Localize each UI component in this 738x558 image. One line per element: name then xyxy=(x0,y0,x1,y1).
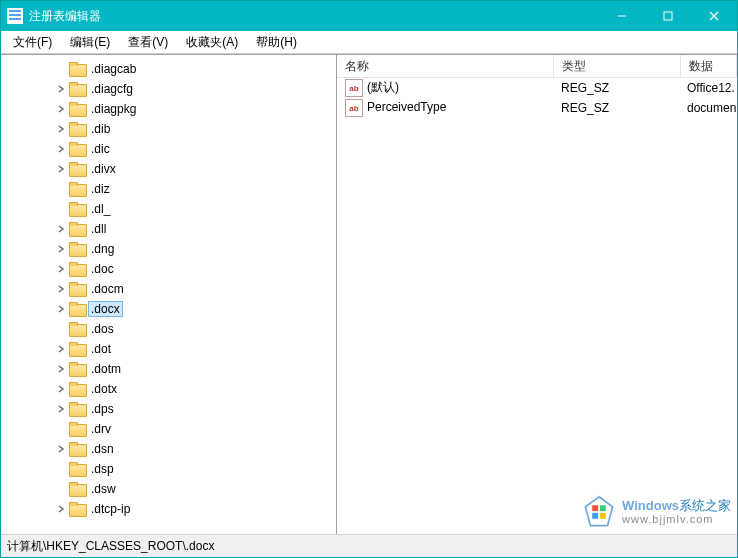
tree-item[interactable]: .diagcab xyxy=(1,59,336,79)
tree-item-label: .diz xyxy=(89,182,112,196)
folder-icon xyxy=(69,242,85,256)
tree-item-label: .docx xyxy=(89,302,122,316)
values-list[interactable]: (默认)REG_SZOffice12.PerceivedTypeREG_SZdo… xyxy=(337,78,737,534)
folder-icon xyxy=(69,382,85,396)
tree-item-label: .doc xyxy=(89,262,116,276)
app-icon xyxy=(7,8,23,24)
tree-item-label: .docm xyxy=(89,282,126,296)
menu-help[interactable]: 帮助(H) xyxy=(248,32,305,53)
tree-item[interactable]: .dtcp-ip xyxy=(1,499,336,519)
folder-icon xyxy=(69,402,85,416)
tree-item-label: .diagcab xyxy=(89,62,138,76)
folder-icon xyxy=(69,482,85,496)
expander-icon[interactable] xyxy=(55,503,67,515)
list-header: 名称 类型 数据 xyxy=(337,55,737,78)
tree-item-label: .diagcfg xyxy=(89,82,135,96)
tree-item[interactable]: .dib xyxy=(1,119,336,139)
tree-pane[interactable]: .diagcab.diagcfg.diagpkg.dib.dic.divx.di… xyxy=(1,55,337,534)
menu-file[interactable]: 文件(F) xyxy=(5,32,60,53)
value-row[interactable]: PerceivedTypeREG_SZdocumen xyxy=(337,98,737,118)
expander-icon[interactable] xyxy=(55,123,67,135)
tree-item-label: .diagpkg xyxy=(89,102,138,116)
expander-icon[interactable] xyxy=(55,83,67,95)
tree-item-label: .dng xyxy=(89,242,116,256)
titlebar[interactable]: 注册表编辑器 xyxy=(1,1,737,31)
tree-item[interactable]: .docm xyxy=(1,279,336,299)
tree-item[interactable]: .dsn xyxy=(1,439,336,459)
expander-icon[interactable] xyxy=(55,163,67,175)
expander-icon[interactable] xyxy=(55,363,67,375)
tree-item[interactable]: .dll xyxy=(1,219,336,239)
minimize-button[interactable] xyxy=(599,1,645,31)
expander-icon[interactable] xyxy=(55,143,67,155)
column-type[interactable]: 类型 xyxy=(554,55,681,77)
tree-item[interactable]: .dng xyxy=(1,239,336,259)
tree-item[interactable]: .dos xyxy=(1,319,336,339)
value-row[interactable]: (默认)REG_SZOffice12. xyxy=(337,78,737,98)
tree-item[interactable]: .docx xyxy=(1,299,336,319)
tree-item[interactable]: .diagcfg xyxy=(1,79,336,99)
value-name-cell: (默认) xyxy=(337,79,553,97)
tree-item[interactable]: .diagpkg xyxy=(1,99,336,119)
tree-item[interactable]: .dps xyxy=(1,399,336,419)
expander-icon[interactable] xyxy=(55,303,67,315)
value-type-cell: REG_SZ xyxy=(553,101,679,115)
tree-item[interactable]: .diz xyxy=(1,179,336,199)
folder-icon xyxy=(69,322,85,336)
expander-icon[interactable] xyxy=(55,283,67,295)
string-value-icon xyxy=(345,99,363,117)
tree-item-label: .dot xyxy=(89,342,113,356)
tree-item-label: .dos xyxy=(89,322,116,336)
value-data-cell: documen xyxy=(679,101,737,115)
folder-icon xyxy=(69,262,85,276)
registry-tree: .diagcab.diagcfg.diagpkg.dib.dic.divx.di… xyxy=(1,55,336,523)
string-value-icon xyxy=(345,79,363,97)
tree-item[interactable]: .dic xyxy=(1,139,336,159)
expander-icon[interactable] xyxy=(55,243,67,255)
folder-icon xyxy=(69,462,85,476)
tree-item-label: .dsn xyxy=(89,442,116,456)
tree-item-label: .dotx xyxy=(89,382,119,396)
expander-icon[interactable] xyxy=(55,443,67,455)
folder-icon xyxy=(69,202,85,216)
expander-icon[interactable] xyxy=(55,343,67,355)
tree-item[interactable]: .doc xyxy=(1,259,336,279)
value-data-cell: Office12. xyxy=(679,81,737,95)
tree-item[interactable]: .drv xyxy=(1,419,336,439)
tree-item-label: .dsp xyxy=(89,462,116,476)
tree-item-label: .dps xyxy=(89,402,116,416)
column-data[interactable]: 数据 xyxy=(681,55,737,77)
menu-edit[interactable]: 编辑(E) xyxy=(62,32,118,53)
folder-icon xyxy=(69,82,85,96)
folder-icon xyxy=(69,222,85,236)
tree-item-label: .dll xyxy=(89,222,108,236)
expander-icon[interactable] xyxy=(55,383,67,395)
values-pane: 名称 类型 数据 (默认)REG_SZOffice12.PerceivedTyp… xyxy=(337,55,737,534)
folder-icon xyxy=(69,122,85,136)
expander-icon[interactable] xyxy=(55,103,67,115)
close-button[interactable] xyxy=(691,1,737,31)
tree-item[interactable]: .dotx xyxy=(1,379,336,399)
tree-item[interactable]: .divx xyxy=(1,159,336,179)
folder-icon xyxy=(69,502,85,516)
expander-icon[interactable] xyxy=(55,263,67,275)
folder-icon xyxy=(69,362,85,376)
value-name-cell: PerceivedType xyxy=(337,99,553,117)
expander-icon[interactable] xyxy=(55,403,67,415)
column-name[interactable]: 名称 xyxy=(337,55,554,77)
tree-item-label: .dib xyxy=(89,122,112,136)
menu-favorites[interactable]: 收藏夹(A) xyxy=(178,32,246,53)
expander-icon[interactable] xyxy=(55,223,67,235)
status-path: 计算机\HKEY_CLASSES_ROOT\.docx xyxy=(7,538,214,555)
registry-editor-window: 注册表编辑器 文件(F) 编辑(E) 查看(V) 收藏夹(A) 帮助(H) .d… xyxy=(0,0,738,558)
tree-item[interactable]: .dot xyxy=(1,339,336,359)
maximize-button[interactable] xyxy=(645,1,691,31)
menu-view[interactable]: 查看(V) xyxy=(120,32,176,53)
tree-item[interactable]: .dl_ xyxy=(1,199,336,219)
tree-item[interactable]: .dsp xyxy=(1,459,336,479)
tree-item[interactable]: .dsw xyxy=(1,479,336,499)
tree-item-label: .dic xyxy=(89,142,112,156)
tree-item[interactable]: .dotm xyxy=(1,359,336,379)
folder-icon xyxy=(69,62,85,76)
folder-icon xyxy=(69,282,85,296)
